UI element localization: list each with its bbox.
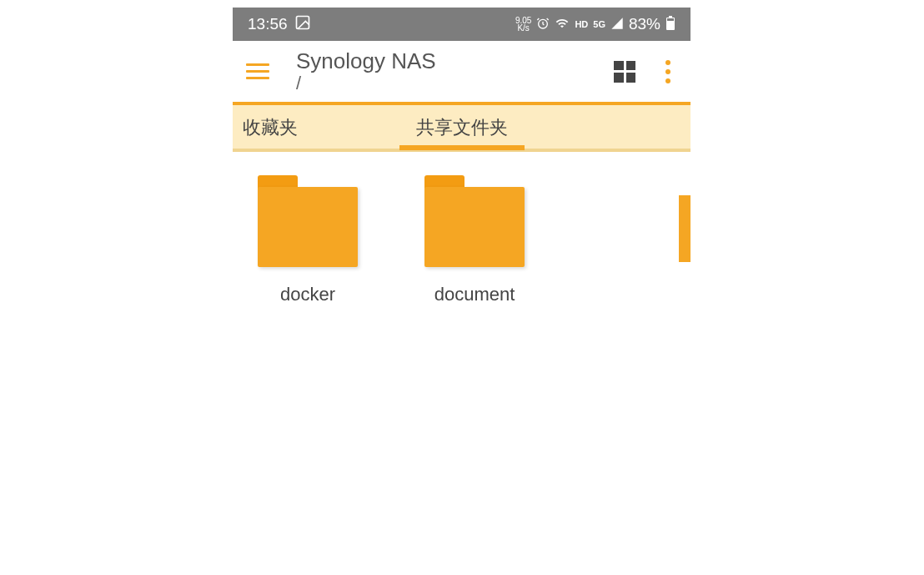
folder-label: document <box>434 284 515 305</box>
hamburger-menu-icon[interactable] <box>246 57 269 86</box>
phone-screen: 13:56 9.05 K/s HD 5G 83% <box>233 8 690 330</box>
folder-label: docker <box>280 284 335 305</box>
svg-rect-4 <box>667 18 674 21</box>
svg-rect-3 <box>669 16 672 18</box>
app-title: Synology NAS <box>296 48 614 74</box>
alarm-icon <box>536 17 550 33</box>
battery-icon <box>665 16 675 33</box>
app-bar: Synology NAS / <box>233 41 690 102</box>
app-title-block: Synology NAS / <box>296 48 614 94</box>
hd-indicator: HD <box>575 19 588 29</box>
folder-icon <box>424 175 525 267</box>
net-speed-indicator: 9.05 K/s <box>515 17 531 32</box>
status-time: 13:56 <box>248 15 288 33</box>
tab-shared-folders[interactable]: 共享文件夹 <box>399 115 525 140</box>
folder-item-docker[interactable]: docker <box>249 175 366 305</box>
picture-icon <box>294 14 311 35</box>
tab-bar: 收藏夹 共享文件夹 <box>233 105 690 150</box>
signal-icon <box>610 17 624 33</box>
scroll-accent <box>679 195 690 262</box>
grid-view-icon[interactable] <box>614 61 635 83</box>
folder-item-document[interactable]: document <box>416 175 533 305</box>
folder-grid: docker document <box>233 150 690 330</box>
folder-icon <box>258 175 358 267</box>
battery-percent: 83% <box>629 15 660 33</box>
network-type: 5G <box>593 19 605 29</box>
more-options-icon[interactable] <box>659 57 677 87</box>
breadcrumb-path[interactable]: / <box>296 73 614 94</box>
status-bar: 13:56 9.05 K/s HD 5G 83% <box>233 8 690 41</box>
status-left: 13:56 <box>248 14 311 35</box>
status-right: 9.05 K/s HD 5G 83% <box>515 15 675 33</box>
tab-favorites[interactable]: 收藏夹 <box>233 115 399 140</box>
wifi-icon <box>555 17 570 33</box>
net-speed-unit: K/s <box>517 24 529 32</box>
